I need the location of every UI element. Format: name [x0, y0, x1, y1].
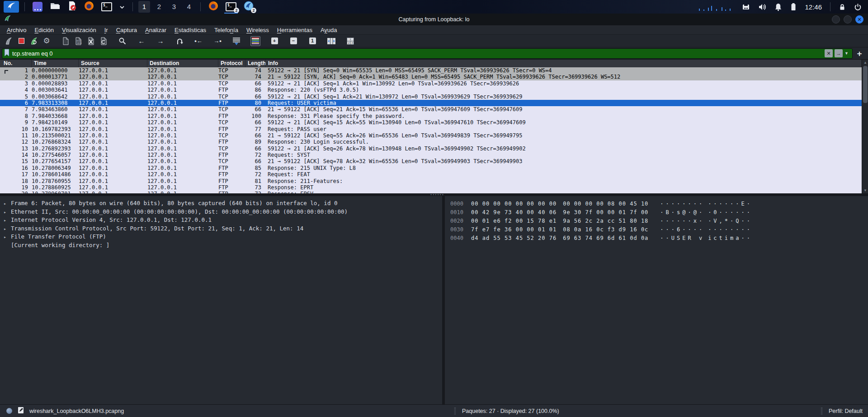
workspace-3[interactable]: 3 — [168, 1, 180, 13]
cpu-graph-icon[interactable] — [694, 1, 736, 13]
packet-row-4[interactable]: 40.003003641127.0.0.1127.0.0.1FTP86Respo… — [0, 87, 862, 93]
packet-row-8[interactable]: 87.984033668127.0.0.1127.0.0.1FTP100Resp… — [0, 113, 862, 119]
column-header-info[interactable]: Info — [266, 60, 862, 67]
scrollbar-handle[interactable] — [863, 66, 868, 103]
column-header-time[interactable]: Time — [32, 60, 79, 67]
close-file-button[interactable] — [85, 36, 97, 47]
column-header-source[interactable]: Source — [79, 60, 147, 67]
text-editor-launcher[interactable] — [65, 1, 79, 13]
terminal-launcher[interactable]: $_ — [99, 1, 114, 13]
layout-panes-button[interactable]: 123 — [344, 36, 356, 47]
pane-splitter-horizontal[interactable]: •••••• — [0, 193, 868, 196]
auto-scroll-button[interactable] — [231, 36, 242, 47]
resize-columns-button[interactable] — [326, 36, 337, 47]
expert-info-icon[interactable] — [6, 408, 12, 414]
menu-visualizacion[interactable]: Visualización — [58, 25, 100, 35]
packet-row-16[interactable]: 1610.278006349127.0.0.1127.0.0.1FTP85Res… — [0, 165, 862, 171]
packet-row-5[interactable]: 50.003068642127.0.0.1127.0.0.1TCP6659122… — [0, 94, 862, 100]
volume-icon[interactable] — [755, 1, 769, 13]
scroll-down-icon[interactable]: ▼ — [862, 188, 868, 192]
menu-herramientas[interactable]: Herramientas — [273, 25, 316, 35]
filter-add-button[interactable]: + — [853, 48, 866, 59]
firefox-launcher[interactable] — [82, 1, 96, 13]
reload-file-button[interactable] — [98, 36, 109, 47]
packet-row-7[interactable]: 77.983463860127.0.0.1127.0.0.1TCP6621 → … — [0, 106, 862, 112]
expand-arrow-icon[interactable]: ▸ — [4, 216, 11, 225]
detail-line-2[interactable]: ▸Ethernet II, Src: 00:00:00_00:00:00 (00… — [4, 208, 439, 216]
detail-line-6[interactable]: [Current working directory: ] — [4, 241, 439, 250]
hex-row-0010[interactable]: 001000 42 9e 73 40 00 40 069e 30 7f 00 0… — [450, 208, 866, 217]
hex-row-0020[interactable]: 002000 01 e6 f2 00 15 78 e19a 56 2c 2a c… — [450, 217, 866, 225]
restart-capture-button[interactable] — [28, 36, 40, 47]
workspace-4[interactable]: 4 — [183, 1, 195, 13]
power-icon[interactable] — [851, 1, 864, 13]
menu-archivo[interactable]: Archivo — [3, 25, 30, 35]
filter-clear-button[interactable]: ✕ — [825, 49, 833, 57]
packet-row-6[interactable]: 67.983313308127.0.0.1127.0.0.1FTP80Reque… — [0, 100, 862, 106]
packet-row-19[interactable]: 1910.278860925127.0.0.1127.0.0.1FTP73Res… — [0, 184, 862, 191]
go-last-packet-button[interactable]: →• — [212, 36, 223, 47]
launcher-dropdown[interactable] — [117, 1, 127, 13]
app-dashboard-launcher[interactable] — [30, 1, 45, 13]
scroll-up-icon[interactable]: ▲ — [862, 61, 868, 65]
start-capture-button[interactable] — [3, 36, 14, 47]
maximize-button[interactable] — [844, 15, 852, 23]
packet-row-18[interactable]: 1810.278760955127.0.0.1127.0.0.1FTP81Res… — [0, 178, 862, 184]
zoom-out-button[interactable]: − — [288, 36, 299, 47]
clock[interactable]: 12:46 — [802, 3, 825, 11]
hex-row-0030[interactable]: 00307f e7 fe 36 00 00 01 0108 0a 16 0c f… — [450, 225, 866, 234]
expand-arrow-icon[interactable]: ▸ — [4, 208, 11, 216]
workspace-2[interactable]: 2 — [153, 1, 165, 13]
menu-ayuda[interactable]: Ayuda — [316, 25, 341, 35]
detail-line-3[interactable]: ▸Internet Protocol Version 4, Src: 127.0… — [4, 216, 439, 225]
zoom-in-button[interactable]: + — [269, 36, 280, 47]
filter-apply-button[interactable]: → — [835, 49, 843, 57]
ethernet-icon[interactable] — [739, 1, 753, 13]
menu-edicion[interactable]: Edición — [30, 25, 58, 35]
taskbar-wireshark-window[interactable]: 2 — [241, 1, 256, 13]
packet-row-10[interactable]: 1010.169782393127.0.0.1127.0.0.1FTP77Req… — [0, 126, 862, 132]
colorize-packets-button[interactable] — [250, 36, 261, 47]
taskbar-terminal-window[interactable]: $_ 2 — [223, 1, 239, 13]
workspace-1[interactable]: 1 — [138, 1, 150, 13]
packet-row-14[interactable]: 1410.277546057127.0.0.1127.0.0.1FTP72Req… — [0, 152, 862, 158]
packet-row-3[interactable]: 30.000028893127.0.0.1127.0.0.1TCP6659122… — [0, 80, 862, 87]
go-first-packet-button[interactable]: •← — [193, 36, 204, 47]
filter-bookmark-icon[interactable] — [4, 49, 9, 58]
capture-comment-icon[interactable] — [18, 407, 24, 415]
column-header-length[interactable]: Length — [245, 60, 266, 67]
find-packet-button[interactable] — [117, 36, 128, 47]
display-filter-input[interactable]: tcp.stream eq 0 ✕ → ▼ — [2, 48, 853, 59]
menu-wireless[interactable]: Wireless — [242, 25, 273, 35]
go-back-button[interactable]: ← — [136, 36, 147, 47]
go-to-packet-button[interactable] — [174, 36, 185, 47]
packet-row-9[interactable]: 97.984210149127.0.0.1127.0.0.1TCP6659122… — [0, 119, 862, 126]
lock-icon[interactable] — [836, 1, 849, 13]
menu-telefonia[interactable]: Telefonía — [210, 25, 242, 35]
packet-row-11[interactable]: 1110.213500021127.0.0.1127.0.0.1TCP6621 … — [0, 132, 862, 139]
expand-arrow-icon[interactable]: ▸ — [4, 233, 11, 241]
stop-capture-button[interactable] — [15, 36, 27, 47]
bell-icon[interactable] — [772, 1, 785, 13]
detail-line-4[interactable]: ▸Transmission Control Protocol, Src Port… — [4, 225, 439, 233]
packet-row-17[interactable]: 1710.278601486127.0.0.1127.0.0.1FTP72Req… — [0, 171, 862, 178]
column-header-protocol[interactable]: Protocol — [218, 60, 245, 67]
expand-arrow-icon[interactable]: ▸ — [4, 225, 11, 233]
title-bar[interactable]: Capturing from Loopback: lo ✕ — [0, 14, 868, 25]
go-forward-button[interactable]: → — [155, 36, 166, 47]
detail-line-5[interactable]: ▸File Transfer Protocol (FTP) — [4, 233, 439, 241]
open-file-button[interactable] — [60, 36, 71, 47]
kali-menu-button[interactable] — [4, 1, 19, 13]
packet-list-scrollbar[interactable]: ▲ ▼ — [862, 60, 868, 193]
battery-icon[interactable] — [788, 1, 799, 13]
packet-row-13[interactable]: 1310.276892393127.0.0.1127.0.0.1TCP66591… — [0, 145, 862, 152]
column-header-destination[interactable]: Destination — [147, 60, 218, 67]
menu-estadisticas[interactable]: Estadísticas — [170, 25, 210, 35]
capture-filename[interactable]: wireshark_LoopbackO6LMH3.pcapng — [29, 408, 124, 414]
minimize-button[interactable] — [832, 15, 840, 23]
file-manager-launcher[interactable] — [47, 1, 62, 13]
packet-row-1[interactable]: 10.000000000127.0.0.1127.0.0.1TCP7459122… — [0, 67, 862, 74]
packet-row-15[interactable]: 1510.277654157127.0.0.1127.0.0.1TCP6621 … — [0, 158, 862, 164]
profile-text[interactable]: Perfil: Default — [829, 408, 863, 414]
capture-options-button[interactable]: ⚙ — [41, 36, 52, 47]
